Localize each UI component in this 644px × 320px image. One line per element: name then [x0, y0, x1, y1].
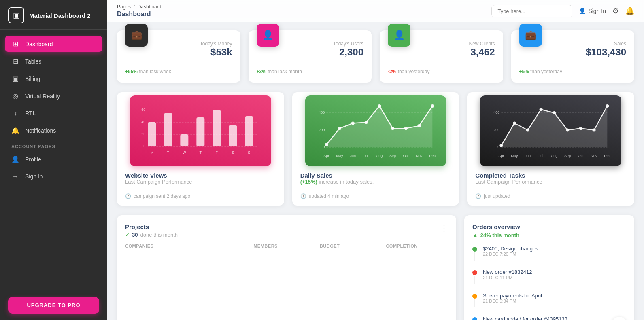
sidebar-item-dashboard[interactable]: ⊞ Dashboard [5, 36, 102, 52]
order-dot [472, 270, 477, 275]
account-section-label: ACCOUNT PAGES [11, 144, 96, 149]
svg-text:Sep: Sep [564, 154, 571, 158]
sidebar-label-dashboard: Dashboard [25, 41, 53, 47]
svg-text:May: May [511, 154, 519, 158]
person-icon: 👤 [579, 8, 586, 14]
dashboard-icon: ⊞ [11, 40, 19, 48]
website-views-title: Website Views [125, 172, 276, 179]
order-time: 21 DEC 9:34 PM [483, 299, 542, 303]
website-views-info: Website Views Last Campaign Performance [117, 166, 284, 189]
sidebar-item-notifications[interactable]: 🔔 Notifications [5, 123, 102, 138]
svg-point-62 [553, 111, 556, 114]
daily-sales-highlight: (+15%) [300, 179, 317, 185]
settings-icon[interactable]: ⚙ [612, 6, 619, 15]
breadcrumb: Pages / Dashboard [117, 4, 161, 10]
svg-text:Dec: Dec [604, 154, 611, 158]
stat-card-users: 👤 Today's Users 2,300 +3% than lask mont… [249, 30, 372, 83]
svg-point-35 [378, 104, 381, 108]
done-badge: ✓ 30 done this month [125, 232, 178, 238]
bottom-row: Projects ✓ 30 done this month ⋮ COMPANIE… [117, 215, 634, 320]
sidebar-item-tables[interactable]: ⊟ Tables [5, 53, 102, 69]
svg-point-31 [325, 143, 328, 146]
sidebar-item-sign-in[interactable]: → Sign In [5, 169, 102, 184]
projects-header: Projects ✓ 30 done this month ⋮ [125, 223, 448, 238]
users-value: 2,300 [257, 47, 364, 58]
svg-text:200: 200 [319, 128, 325, 132]
order-content: New order #1832412 21 DEC 11 PM [483, 269, 532, 280]
website-views-chart-wrapper: 0204060MTWTFSS [117, 92, 284, 166]
clients-change: -2% [388, 69, 396, 74]
stat-card-sales: 💼 Sales $103,430 +5% than yesterday [511, 30, 635, 83]
svg-text:S: S [248, 150, 250, 155]
order-time: 21 DEC 11 PM [483, 275, 532, 280]
virtual-reality-icon: ◎ [11, 92, 19, 100]
logo-text: Material Dashboard 2 [29, 12, 91, 19]
orders-growth-row: ▲ 24% this month [472, 232, 626, 238]
more-options-icon[interactable]: ⋮ [440, 223, 448, 233]
order-item: New card added for order #4395133 20 DEC… [472, 312, 626, 320]
svg-rect-14 [196, 117, 204, 146]
sidebar-label-virtual-reality: Virtual Reality [25, 93, 60, 100]
orders-card: Orders overview ▲ 24% this month $2400, … [464, 215, 634, 320]
notifications-icon[interactable]: 🔔 [625, 6, 634, 15]
order-timeline [472, 292, 477, 307]
users-icon: 👤 [257, 24, 279, 47]
page-title: Dashboard [117, 11, 161, 18]
svg-text:S: S [232, 150, 234, 155]
col-members: MEMBERS [253, 244, 316, 248]
svg-point-59 [513, 122, 516, 125]
orders-list: $2400, Design changes 22 DEC 7:20 PM New… [472, 242, 626, 320]
svg-point-38 [417, 124, 421, 127]
svg-point-32 [338, 127, 341, 130]
svg-rect-16 [213, 110, 221, 146]
rtl-icon: ↕ [11, 110, 19, 117]
upgrade-to-pro-button[interactable]: UPGRADE TO PRO [8, 297, 99, 314]
website-views-footer-text: campaign sent 2 days ago [134, 193, 190, 199]
sidebar-item-virtual-reality[interactable]: ◎ Virtual Reality [5, 88, 102, 104]
done-count: 30 [132, 232, 138, 238]
profile-icon: 👤 [11, 155, 19, 163]
svg-point-63 [566, 129, 569, 132]
daily-sales-footer: 🕐 updated 4 min ago [292, 189, 459, 206]
completed-tasks-subtitle-text: Last Campaign Performance [475, 179, 542, 185]
sign-in-icon: → [11, 173, 19, 180]
order-item: $2400, Design changes 22 DEC 7:20 PM [472, 242, 626, 265]
svg-text:Sep: Sep [389, 154, 396, 158]
svg-text:Jul: Jul [539, 154, 544, 158]
search-input[interactable] [491, 5, 572, 17]
svg-point-61 [540, 108, 543, 111]
projects-title: Projects [125, 223, 178, 230]
notifications-icon: 🔔 [11, 127, 19, 134]
header: Pages / Dashboard Dashboard 👤 Sign In ⚙ … [107, 0, 644, 22]
svg-text:40: 40 [141, 120, 145, 124]
svg-text:Nov: Nov [416, 154, 423, 158]
chart-row: 0204060MTWTFSS Website Views Last Campai… [117, 92, 634, 206]
completed-tasks-footer: 🕐 just updated [467, 189, 634, 206]
svg-point-37 [404, 127, 407, 130]
stat-card-clients: 👤 New Clients 3,462 -2% than yesterday [380, 30, 503, 83]
website-views-footer: 🕐 campaign sent 2 days ago [117, 189, 284, 206]
svg-text:60: 60 [141, 108, 145, 112]
order-item: New order #1832412 21 DEC 11 PM [472, 265, 626, 288]
col-companies: COMPANIES [125, 244, 249, 248]
orders-header: Orders overview ▲ 24% this month [472, 223, 626, 238]
sidebar-item-rtl[interactable]: ↕ RTL [5, 106, 102, 121]
svg-point-36 [391, 127, 394, 130]
users-footer: +3% than lask month [257, 64, 364, 74]
completed-tasks-footer-text: just updated [484, 193, 510, 199]
clients-value: 3,462 [388, 47, 495, 58]
order-content: New card added for order #4395133 20 DEC… [483, 316, 567, 320]
order-text: New card added for order #4395133 [483, 316, 567, 320]
svg-text:W: W [183, 150, 186, 155]
order-text: Server payments for April [483, 292, 542, 299]
order-content: Server payments for April 21 DEC 9:34 PM [483, 292, 542, 303]
svg-text:Apr: Apr [499, 154, 504, 158]
daily-sales-info: Daily Sales (+15%) increase in today sal… [292, 166, 459, 189]
svg-text:0: 0 [498, 145, 500, 149]
chart-card-website-views: 0204060MTWTFSS Website Views Last Campai… [117, 92, 284, 206]
sidebar-item-profile[interactable]: 👤 Profile [5, 151, 102, 167]
sidebar-item-billing[interactable]: ▣ Billing [5, 71, 102, 87]
money-icon: 💼 [125, 24, 148, 47]
sign-in-button[interactable]: 👤 Sign In [579, 8, 606, 14]
svg-point-65 [593, 129, 596, 132]
